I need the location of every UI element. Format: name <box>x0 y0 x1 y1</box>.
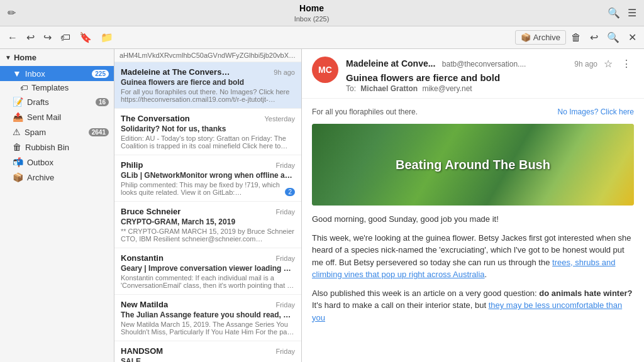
archive-label: Archive <box>27 173 54 182</box>
body-p3-start: Also published this week is an article o… <box>312 288 537 298</box>
email-time-4: Friday <box>275 255 295 262</box>
spam-icon: ⚠ <box>13 127 21 137</box>
forward-button[interactable]: ↪ <box>40 30 55 45</box>
close-button[interactable]: ✕ <box>625 30 640 45</box>
body-paragraph-3: Also published this week is an article o… <box>312 287 634 324</box>
email-header-5: New Matilda Friday <box>121 300 295 309</box>
body-p3-cont: It's hard to make a call on their interi… <box>312 300 486 310</box>
email-subject-2: GLib | GNetworkMonitor wrong when offlin… <box>121 171 295 180</box>
sidebar-home-header[interactable]: ▼ Home <box>0 49 114 66</box>
to-line: To: Michael Gratton mike@very.net <box>346 84 634 93</box>
folder-button[interactable]: 📁 <box>97 30 117 45</box>
email-subject-4: Geary | Improve conversation viewer load… <box>121 264 295 273</box>
to-name: Michael Gratton <box>360 84 418 93</box>
avatar-initials: MC <box>318 65 332 75</box>
body-p2-end: . <box>485 270 487 279</box>
sidebar-item-drafts[interactable]: 📝 Drafts 16 <box>0 94 114 109</box>
email-subject-5: The Julian Assange feature you should re… <box>121 310 295 319</box>
email-item-5[interactable]: New Matilda Friday The Julian Assange fe… <box>114 295 301 341</box>
top-toolbar: ✏ Home Inbox (225) 🔍 ☰ <box>0 0 644 26</box>
email-item-4[interactable]: Konstantin Friday Geary | Improve conver… <box>114 248 301 295</box>
email-sender-4: Konstantin <box>121 253 164 263</box>
label-button[interactable]: 🔖 <box>75 30 96 45</box>
from-info: Madeleine at Conve... batb@theconversati… <box>346 58 526 69</box>
main-content: ▼ Home ▼ Inbox 225 🏷 Templates 📝 Drafts … <box>0 49 644 362</box>
email-time-2: Friday <box>275 162 295 169</box>
inbox-label: Inbox <box>25 69 45 79</box>
email-sender-6: HANDSOM <box>121 346 163 356</box>
email-item-2[interactable]: Philip Friday GLib | GNetworkMonitor wro… <box>114 155 301 202</box>
email-received-time: 9h ago <box>574 60 597 69</box>
sent-label: Sent Mail <box>27 112 61 122</box>
no-images-link[interactable]: No Images? Click here <box>558 106 634 118</box>
top-link-text: aHM4LmVkdXRvcmlhbC50aGVndWFyZGlhbi5jb20v… <box>119 52 301 59</box>
email-subject-3: CRYPTO-GRAM, March 15, 2019 <box>121 217 295 226</box>
more-options-button[interactable]: ⋮ <box>619 57 634 71</box>
sidebar-item-rubbish[interactable]: 🗑 Rubbish Bin <box>0 140 114 155</box>
message-actions: 📦 Archive 🗑 ↩ 🔍 ✕ <box>515 30 640 45</box>
email-reader: MC Madeleine at Conve... batb@theconvers… <box>302 49 644 362</box>
banner-text: Beating Around The Bush <box>396 155 550 174</box>
window-title: Home Inbox (225) <box>19 3 604 23</box>
email-badge-2: 2 <box>285 188 295 196</box>
email-item-6[interactable]: HANDSOM Friday SALE Up to 30% off in-sto… <box>114 341 301 362</box>
email-subject: Guinea flowers are fierce and bold <box>346 72 634 83</box>
star-button[interactable]: ☆ <box>601 57 615 71</box>
outbox-label: Outbox <box>27 158 53 167</box>
email-item-3[interactable]: Bruce Schneier Friday CRYPTO-GRAM, March… <box>114 202 301 248</box>
spam-badge: 2641 <box>89 128 109 136</box>
email-sender-3: Bruce Schneier <box>121 207 180 216</box>
email-header-2: Philip Friday <box>121 160 295 170</box>
sidebar-item-sent[interactable]: 📤 Sent Mail <box>0 109 114 124</box>
compose-button[interactable]: ✏ <box>4 4 19 21</box>
email-time-1: Yesterday <box>264 115 295 123</box>
go-back-button[interactable]: ← <box>4 30 21 45</box>
sidebar-item-templates[interactable]: 🏷 Templates <box>0 81 114 94</box>
rubbish-label: Rubbish Bin <box>25 143 69 152</box>
from-email: batb@theconversation.... <box>442 60 526 69</box>
sidebar-item-archive[interactable]: 📦 Archive <box>0 170 114 185</box>
email-item-0[interactable]: Madeleine at The Conversation 9h ago Gui… <box>114 62 301 109</box>
from-name: Madeleine at Conve... <box>346 58 435 69</box>
sidebar-item-spam[interactable]: ⚠ Spam 2641 <box>0 124 114 140</box>
email-list: aHM4LmVkdXRvcmlhbC50aGVndWFyZGlhbi5jb20v… <box>114 49 302 362</box>
sidebar-item-outbox[interactable]: 📬 Outbox <box>0 155 114 170</box>
email-item-1[interactable]: The Conversation Yesterday Solidarity? N… <box>114 109 301 155</box>
drafts-icon: 📝 <box>13 97 23 107</box>
email-subject-6: SALE <box>121 357 295 362</box>
email-reader-body: For all you floraphiles out there. No Im… <box>302 99 644 362</box>
archive-icon: 📦 <box>521 33 531 42</box>
email-header-6: HANDSOM Friday <box>121 346 295 356</box>
email-time-5: Friday <box>275 301 295 309</box>
archive-label: Archive <box>533 33 560 42</box>
delete-button[interactable]: 🗑 <box>567 30 585 45</box>
rubbish-icon: 🗑 <box>13 142 21 152</box>
sidebar-item-inbox[interactable]: ▼ Inbox 225 <box>0 66 114 81</box>
menu-button[interactable]: ☰ <box>624 4 640 21</box>
email-preview-0: For all you floraphiles out there. No Im… <box>121 88 295 103</box>
email-reader-header: MC Madeleine at Conve... batb@theconvers… <box>302 49 644 99</box>
search-msg-button[interactable]: 🔍 <box>603 30 623 45</box>
undo-button[interactable]: ↩ <box>586 30 602 45</box>
drafts-label: Drafts <box>27 97 49 107</box>
templates-label: Templates <box>31 83 69 92</box>
email-preview-4: Konstantin commented: If each individual… <box>121 274 295 289</box>
sent-icon: 📤 <box>13 112 23 122</box>
email-subject-1: Solidarity? Not for us, thanks <box>121 124 295 133</box>
inbox-badge: 225 <box>92 70 109 78</box>
search-button[interactable]: 🔍 <box>604 4 624 21</box>
email-banner: Beating Around The Bush <box>312 124 634 206</box>
email-time-6: Friday <box>275 348 295 355</box>
inbox-icon: ▼ <box>13 69 21 79</box>
email-preview-3: ** CRYPTO-GRAM MARCH 15, 2019 by Bruce S… <box>121 228 295 243</box>
archive-button[interactable]: 📦 Archive <box>515 30 566 45</box>
email-list-link: aHM4LmVkdXRvcmlhbC50aGVndWFyZGlhbi5jb20v… <box>114 49 301 62</box>
body-p1-text: Good morning, good Sunday, good job you … <box>312 214 499 224</box>
email-sender-1: The Conversation <box>121 114 190 123</box>
email-subject-0: Guinea flowers are fierce and bold <box>121 78 295 87</box>
email-sender-5: New Matilda <box>121 300 168 309</box>
tag-button[interactable]: 🏷 <box>57 30 74 45</box>
outbox-icon: 📬 <box>13 157 23 167</box>
reply-button[interactable]: ↩ <box>23 30 38 45</box>
no-images-text: For all you floraphiles out there. <box>312 106 418 118</box>
